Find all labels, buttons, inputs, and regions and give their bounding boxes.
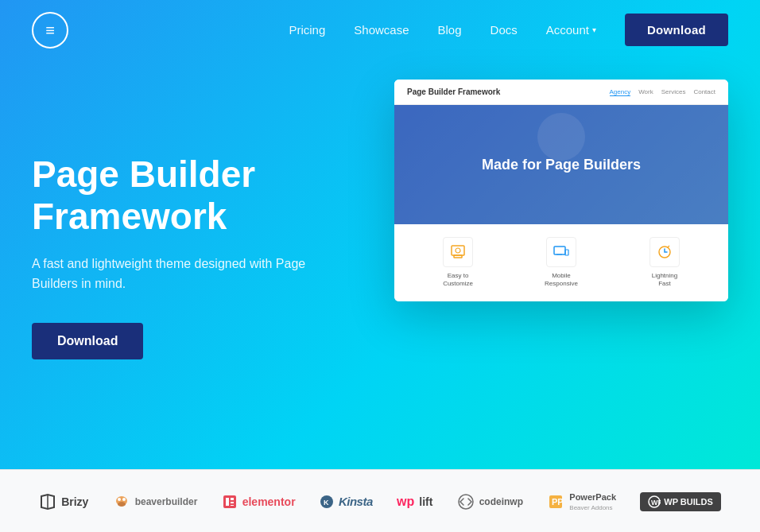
header: ≡ Pricing Showcase Blog Docs Account ▾ D… <box>0 0 760 60</box>
mockup-feature-2: MobileResponsive <box>545 237 578 289</box>
nav-account[interactable]: Account ▾ <box>546 23 596 37</box>
beaver-icon <box>113 493 130 511</box>
wpbuilds-icon: WP <box>648 495 661 508</box>
partner-kinsta: K Kinsta <box>320 495 373 509</box>
svg-point-11 <box>122 498 126 501</box>
svg-text:PP: PP <box>552 497 564 507</box>
svg-rect-15 <box>231 498 234 500</box>
mockup-hero-section: Made for Page Builders <box>394 105 728 224</box>
mockup-responsive-icon <box>546 237 576 267</box>
hero-content: Page Builder Framework A fast and lightw… <box>32 122 334 359</box>
hero-subtitle: A fast and lightweight theme designed wi… <box>32 254 334 294</box>
partner-wplift: wplift <box>397 495 432 509</box>
svg-point-12 <box>118 502 126 507</box>
mockup-fast-icon <box>649 237 680 267</box>
logo[interactable]: ≡ <box>32 12 68 49</box>
svg-text:WP: WP <box>651 499 661 507</box>
svg-rect-0 <box>452 246 464 255</box>
partner-beaverbuilder: beaverbuilder <box>113 493 198 511</box>
svg-rect-16 <box>231 502 234 503</box>
svg-rect-3 <box>554 247 565 254</box>
svg-point-10 <box>118 498 121 501</box>
mockup-nav-services: Services <box>661 88 686 96</box>
hero-title: Page Builder Framework <box>32 153 334 238</box>
partners-bar: Brizy beaverbuilder elementor K Kinsta <box>0 469 760 532</box>
mockup-customize-icon <box>443 237 473 267</box>
partner-wpbuilds: WP WP BUILDS <box>640 492 721 511</box>
mockup-feature-1: Easy toCustomize <box>443 237 473 289</box>
mockup-navbar: Page Builder Framework Agency Work Servi… <box>394 80 728 105</box>
kinsta-icon: K <box>320 495 334 509</box>
main-nav: Pricing Showcase Blog Docs Account ▾ Dow… <box>289 14 728 46</box>
mockup-nav-work: Work <box>638 88 653 96</box>
codeinwp-icon <box>457 493 475 511</box>
mockup-hero-text: Made for Page Builders <box>482 157 641 173</box>
mockup-features: Easy toCustomize MobileResponsive <box>394 224 728 301</box>
mockup-brand: Page Builder Framework <box>407 87 500 96</box>
svg-rect-1 <box>454 255 462 258</box>
mockup-nav-links: Agency Work Services Contact <box>610 88 715 96</box>
powerpack-icon: PP <box>547 493 564 511</box>
elementor-icon <box>222 494 238 510</box>
mockup-feature-1-label: Easy toCustomize <box>443 272 473 289</box>
nav-download-button[interactable]: Download <box>625 14 728 46</box>
partner-brizy: Brizy <box>39 493 88 511</box>
mockup-feature-3-label: LightningFast <box>652 272 677 289</box>
svg-text:K: K <box>324 499 329 507</box>
svg-rect-14 <box>226 498 229 506</box>
mockup-nav-agency: Agency <box>610 88 631 96</box>
brizy-icon <box>39 493 56 511</box>
svg-rect-17 <box>231 505 234 506</box>
mockup-feature-2-label: MobileResponsive <box>545 272 578 289</box>
partner-powerpack: PP PowerPackBeaver Addons <box>547 492 616 511</box>
logo-icon: ≡ <box>45 22 55 38</box>
account-chevron-icon: ▾ <box>592 25 596 34</box>
nav-pricing[interactable]: Pricing <box>289 23 325 37</box>
hero-mockup: Page Builder Framework Agency Work Servi… <box>394 80 728 301</box>
svg-rect-4 <box>565 250 568 255</box>
hero-section: Page Builder Framework A fast and lightw… <box>0 0 760 469</box>
nav-blog[interactable]: Blog <box>438 23 462 37</box>
hero-download-button[interactable]: Download <box>32 323 143 359</box>
partner-codeinwp: codeinwp <box>457 493 523 511</box>
mockup-feature-3: LightningFast <box>649 237 680 289</box>
svg-point-2 <box>456 248 460 253</box>
nav-showcase[interactable]: Showcase <box>354 23 409 37</box>
partner-elementor: elementor <box>222 494 296 510</box>
mockup-nav-contact: Contact <box>693 88 715 96</box>
svg-rect-13 <box>223 495 236 508</box>
nav-docs[interactable]: Docs <box>491 23 518 37</box>
